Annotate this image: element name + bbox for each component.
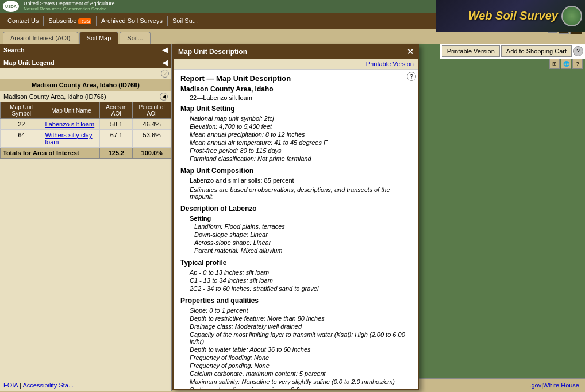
col-percent: Percent of AOI xyxy=(133,102,171,119)
prop-9: Sodium adsorption ratio, maximum: 8.0 xyxy=(180,386,411,389)
composition-text: Labenzo and similar soils: 85 percent xyxy=(180,177,411,184)
modal-printable-bar: Printable Version xyxy=(174,59,418,70)
row1-name[interactable]: Labenzo silt loam xyxy=(43,119,100,130)
setting-item-2: Mean annual precipitation: 8 to 12 inche… xyxy=(180,131,411,138)
prop-6: Frequency of ponding: None xyxy=(180,362,411,369)
footer-gov-link[interactable]: .gov xyxy=(529,382,541,389)
printable-version-link[interactable]: Printable Version xyxy=(366,60,414,67)
mu-subtitle-row: Madison County Area, Idaho (ID766) ◀ xyxy=(0,91,171,102)
prop-8: Maximum salinity: Nonsaline to very slig… xyxy=(180,378,411,385)
map-help-btn[interactable]: ? xyxy=(573,46,583,56)
setting-item-1: Elevation: 4,700 to 5,400 feet xyxy=(180,123,411,130)
typical-0: Ap - 0 to 13 inches: silt loam xyxy=(180,269,411,276)
row1-percent: 46.4% xyxy=(133,119,171,130)
modal-titlebar: Map Unit Description ✕ xyxy=(174,45,418,59)
setting-item-0: National map unit symbol: 2tcj xyxy=(180,115,411,122)
composition-note: Estimates are based on observations, des… xyxy=(180,186,411,200)
setting-sub-2: Across-slope shape: Linear xyxy=(180,239,411,246)
prop-5: Frequency of flooding: None xyxy=(180,354,411,361)
left-panel: Search ◀ Map Unit Legend ◀ ? Madison Cou… xyxy=(0,44,172,391)
col-symbol: Map Unit Symbol xyxy=(1,102,43,119)
row1-symbol: 22 xyxy=(1,119,43,130)
row2-name[interactable]: Withers silty clay loam xyxy=(43,130,100,148)
prop-4: Depth to water table: About 36 to 60 inc… xyxy=(180,346,411,353)
row2-symbol: 64 xyxy=(1,130,43,148)
setting-item-4: Frost-free period: 80 to 115 days xyxy=(180,147,411,154)
add-to-cart-btn[interactable]: Add to Shopping Cart xyxy=(501,45,572,57)
typical-header: Typical profile xyxy=(180,259,411,267)
footer-whitehouse-link[interactable]: White House xyxy=(543,382,579,389)
usda-header: USDA United States Department of Agricul… xyxy=(0,0,585,13)
modal-close-btn[interactable]: ✕ xyxy=(407,47,414,56)
printable-version-btn[interactable]: Printable Version xyxy=(442,45,500,57)
setting-item-5: Farmland classification: Not prime farml… xyxy=(180,155,411,162)
mu-subtitle-text: Madison County Area, Idaho (ID766) xyxy=(3,93,106,100)
row2-acres: 67.1 xyxy=(100,130,133,148)
nrcs-name: Natural Resources Conservation Service xyxy=(24,6,115,11)
nav-contact-us[interactable]: Contact Us xyxy=(3,16,44,26)
properties-header: Properties and qualities xyxy=(180,297,411,305)
prop-3: Capacity of the most limiting layer to t… xyxy=(180,331,411,345)
footer-accessibility[interactable]: Accessibility Sta... xyxy=(22,382,74,389)
main-content: Search ◀ Map Unit Legend ◀ ? Madison Cou… xyxy=(0,44,585,391)
row1-acres: 58.1 xyxy=(100,119,133,130)
report-county: Madison County Area, Idaho xyxy=(180,85,411,93)
col-acres: Acres in AOI xyxy=(100,102,133,119)
totals-percent: 100.0% xyxy=(133,148,171,159)
setting-header: Map Unit Setting xyxy=(180,105,411,113)
mu-info-btn[interactable]: ◀ xyxy=(160,93,168,101)
wss-logo-text: Web Soil Survey xyxy=(468,9,558,22)
map-unit-table: Map Unit Symbol Map Unit Name Acres in A… xyxy=(0,102,171,159)
report-map-unit: 22—Labenzo silt loam xyxy=(180,94,411,101)
map-unit-info: Madison County Area, Idaho (ID766) Madis… xyxy=(0,79,171,159)
nav-archived[interactable]: Archived Soil Surveys xyxy=(97,16,168,26)
typical-1: C1 - 13 to 34 inches: silt loam xyxy=(180,277,411,284)
modal-help-btn[interactable]: ? xyxy=(407,72,416,81)
setting-sub-header: Setting xyxy=(190,215,411,222)
prop-0: Slope: 0 to 1 percent xyxy=(180,307,411,314)
setting-sub-3: Parent material: Mixed alluvium xyxy=(180,247,411,254)
setting-item-3: Mean annual air temperature: 41 to 45 de… xyxy=(180,139,411,146)
legend-header: Map Unit Legend ◀ xyxy=(0,56,171,68)
map-toolbar: Printable Version Add to Shopping Cart ? xyxy=(440,44,585,59)
usda-org-name: United States Department of Agriculture xyxy=(24,1,115,7)
legend-section: Map Unit Legend ◀ ? xyxy=(0,56,171,79)
setting-sub-1: Down-slope shape: Linear xyxy=(180,231,411,238)
totals-label: Totals for Area of Interest xyxy=(1,148,100,159)
map-icon-3[interactable]: ? xyxy=(572,59,583,69)
composition-header: Map Unit Composition xyxy=(180,167,411,175)
usda-logo: USDA United States Department of Agricul… xyxy=(3,1,115,12)
typical-2: 2C2 - 34 to 60 inches: stratified sand t… xyxy=(180,285,411,292)
totals-row: Totals for Area of Interest 125.2 100.0% xyxy=(1,148,171,159)
modal-body[interactable]: ? Report — Map Unit Description Madison … xyxy=(174,70,418,389)
table-row: 64 Withers silty clay loam 67.1 53.6% xyxy=(1,130,171,148)
nav-subscribe[interactable]: Subscribe RSS xyxy=(44,16,97,26)
totals-acres: 125.2 xyxy=(100,148,133,159)
legend-help-btn[interactable]: ? xyxy=(161,70,169,78)
row2-percent: 53.6% xyxy=(133,130,171,148)
prop-7: Calcium carbonate, maximum content: 5 pe… xyxy=(180,370,411,377)
nav-soil-su[interactable]: Soil Su... xyxy=(168,16,202,26)
map-icon-2[interactable]: 🌐 xyxy=(561,59,571,69)
map-icon-1[interactable]: ⊞ xyxy=(549,59,560,69)
search-header: Search ◀ xyxy=(0,44,171,56)
search-section: Search ◀ xyxy=(0,44,171,56)
prop-1: Depth to restrictive feature: More than … xyxy=(180,315,411,322)
description-header: Description of Labenzo xyxy=(180,205,411,213)
tab-aoi[interactable]: Area of Interest (AOI) xyxy=(3,32,78,44)
col-name: Map Unit Name xyxy=(43,102,100,119)
map-unit-description-modal: Map Unit Description ✕ Printable Version… xyxy=(172,44,419,390)
report-heading: Report — Map Unit Description xyxy=(180,74,411,83)
modal-title-text: Map Unit Description xyxy=(178,48,247,56)
legend-collapse-btn[interactable]: ◀ xyxy=(162,58,168,67)
search-collapse-btn[interactable]: ◀ xyxy=(162,45,168,54)
footer-foia[interactable]: FOIA xyxy=(3,382,18,389)
tab-soil-other[interactable]: Soil... xyxy=(120,32,151,44)
tab-soil-map[interactable]: Soil Map xyxy=(79,32,119,44)
mu-title: Madison County Area, Idaho (ID766) xyxy=(0,79,171,91)
prop-2: Drainage class: Moderately well drained xyxy=(180,323,411,330)
table-row: 22 Labenzo silt loam 58.1 46.4% xyxy=(1,119,171,130)
setting-sub-0: Landform: Flood plains, terraces xyxy=(180,223,411,230)
